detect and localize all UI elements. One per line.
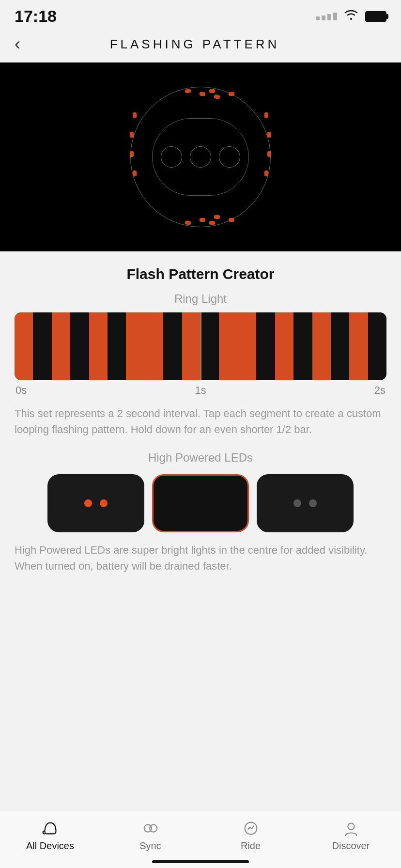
led-card-two-dots[interactable] xyxy=(47,474,144,532)
led-card-none[interactable] xyxy=(152,474,249,532)
led-dot-left xyxy=(84,499,92,507)
timeline-segment-9[interactable] xyxy=(182,312,200,380)
main-content: Flash Pattern Creator Ring Light 0s 1s 2… xyxy=(0,251,401,584)
time-labels: 0s 1s 2s xyxy=(15,384,386,397)
led-dot xyxy=(209,221,215,225)
nav-all-devices[interactable]: All Devices xyxy=(21,819,79,852)
led-card-dim[interactable] xyxy=(257,474,354,532)
led-dot xyxy=(133,170,137,176)
timeline-segment-19[interactable] xyxy=(368,312,386,380)
led-dot xyxy=(200,92,206,96)
time-mid: 1s xyxy=(195,384,206,397)
device-preview xyxy=(0,62,401,251)
led-dot xyxy=(200,218,205,222)
timeline-segment-13[interactable] xyxy=(256,312,275,380)
status-bar: 17:18 xyxy=(0,0,401,31)
high-powered-label: High Powered LEDs xyxy=(15,451,386,465)
led-dot xyxy=(229,92,235,96)
status-time: 17:18 xyxy=(15,7,57,26)
timeline-segment-11[interactable] xyxy=(219,312,237,380)
nav-ride[interactable]: Ride xyxy=(222,819,280,852)
timeline-segment-14[interactable] xyxy=(275,312,293,380)
led-description: High Powered LEDs are super bright light… xyxy=(15,542,386,574)
led-dot xyxy=(130,151,134,157)
timeline-segment-6[interactable] xyxy=(126,312,144,380)
led-dot xyxy=(130,132,134,138)
timeline-segment-18[interactable] xyxy=(349,312,368,380)
led-dot-dim-right xyxy=(309,499,317,507)
timeline-segment-5[interactable] xyxy=(108,312,126,380)
timeline-segment-16[interactable] xyxy=(312,312,331,380)
header: ‹ FLASHING PATTERN xyxy=(0,31,401,62)
back-button[interactable]: ‹ xyxy=(15,35,20,53)
nav-ride-label: Ride xyxy=(241,840,261,852)
led-dot xyxy=(209,89,215,93)
timeline-bar[interactable] xyxy=(15,312,386,380)
discover-icon xyxy=(342,819,360,837)
led-dot-dim-left xyxy=(293,499,301,507)
helmet-icon xyxy=(41,819,60,837)
timeline-description: This set represents a 2 second interval.… xyxy=(15,405,386,437)
nav-sync-label: Sync xyxy=(139,840,161,852)
led-dot xyxy=(267,132,271,138)
led-dot-right xyxy=(100,499,108,507)
timeline-segment-15[interactable] xyxy=(293,312,312,380)
svg-point-3 xyxy=(348,823,354,830)
ride-icon xyxy=(242,819,260,837)
timeline-segment-0[interactable] xyxy=(15,312,33,380)
led-mode-cards xyxy=(15,474,386,532)
led-dot xyxy=(133,112,137,118)
timeline-segment-7[interactable] xyxy=(145,312,163,380)
wifi-icon xyxy=(343,8,359,24)
ring-light-label: Ring Light xyxy=(15,292,386,306)
timeline-segment-8[interactable] xyxy=(163,312,182,380)
nav-sync[interactable]: Sync xyxy=(122,819,180,852)
timeline-segment-4[interactable] xyxy=(89,312,108,380)
status-icons xyxy=(316,8,386,24)
signal-icon xyxy=(316,13,337,20)
led-dot xyxy=(267,151,271,157)
svg-point-1 xyxy=(150,824,157,832)
time-start: 0s xyxy=(15,384,27,397)
home-indicator xyxy=(152,860,249,863)
battery-icon xyxy=(365,11,386,22)
device-visual xyxy=(128,84,273,230)
timeline-segment-1[interactable] xyxy=(33,312,51,380)
timeline-segment-3[interactable] xyxy=(70,312,89,380)
timeline-segment-12[interactable] xyxy=(238,312,256,380)
led-dot xyxy=(214,215,220,219)
sync-icon xyxy=(141,819,160,837)
led-dot xyxy=(229,218,234,222)
nav-discover[interactable]: Discover xyxy=(322,819,380,852)
led-dot xyxy=(264,170,268,176)
bottom-nav: All Devices Sync Ride Discover xyxy=(0,811,401,868)
nav-discover-label: Discover xyxy=(332,840,370,852)
ring-outer xyxy=(130,87,271,227)
time-end: 2s xyxy=(374,384,386,397)
timeline-segment-10[interactable] xyxy=(200,312,219,380)
page-title: FLASHING PATTERN xyxy=(20,37,369,52)
timeline-segment-2[interactable] xyxy=(52,312,70,380)
nav-all-devices-label: All Devices xyxy=(26,840,74,852)
timeline-midpoint xyxy=(200,312,201,380)
section-title-flash-pattern: Flash Pattern Creator xyxy=(15,266,386,282)
timeline-segment-17[interactable] xyxy=(331,312,349,380)
led-dot xyxy=(264,112,268,118)
